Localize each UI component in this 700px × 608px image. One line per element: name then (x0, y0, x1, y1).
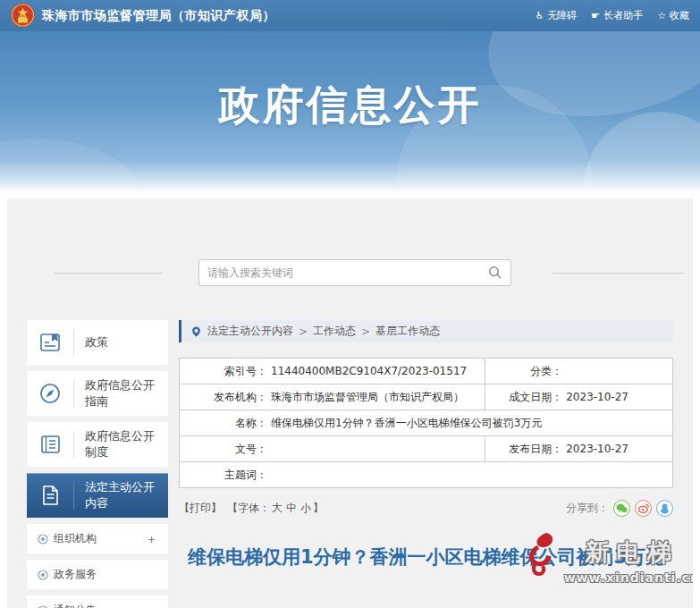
top-bar: 珠海市市场监督管理局（市知识产权局） ♿ 无障碍 ☛ 长者助手 ☆ 收藏 (0, 0, 700, 31)
document-icon (27, 482, 73, 509)
main-content: 法定主动公开内容 > 工作动态 > 基层工作动态 索引号：11440400MB2… (179, 320, 673, 608)
search-area (7, 198, 693, 320)
document-meta-table: 索引号：11440400MB2C9104X7/2023-01517 分类： 发布… (179, 358, 673, 488)
field-label: 文号： (185, 442, 267, 457)
location-pin-icon (190, 325, 202, 338)
national-emblem-icon (11, 3, 35, 29)
font-small-button[interactable]: 小 (300, 502, 311, 514)
breadcrumb-item[interactable]: 基层工作动态 (375, 324, 440, 339)
field-label: 分类： (491, 364, 562, 379)
site-title: 珠海市市场监督管理局（市知识产权局） (42, 8, 275, 24)
field-label: 名称： (185, 416, 267, 431)
bullet-icon (38, 534, 48, 545)
banner: 政府信息公开 (0, 31, 700, 192)
sidebar-item-disclosure-guide[interactable]: 政府信息公开指南 (27, 371, 168, 416)
expand-icon[interactable]: ＋ (146, 531, 157, 547)
search-icon[interactable] (488, 266, 502, 280)
elder-helper-link[interactable]: ☛ 长者助手 (591, 9, 643, 22)
toolbar: 【打印】 【字体： 大中小 】 分享到： (179, 500, 673, 517)
search-box (198, 259, 511, 286)
share-label: 分享到： (566, 501, 609, 516)
sidebar-item-statutory-disclosure[interactable]: 法定主动公开内容 (27, 473, 168, 518)
sidebar-item-label: 政府信息公开指南 (74, 377, 156, 409)
hand-icon: ☛ (591, 10, 600, 21)
accessibility-link[interactable]: ♿ 无障碍 (535, 9, 577, 22)
content-row: 政策 政府信息公开指南 (7, 320, 693, 608)
elder-helper-label: 长者助手 (603, 9, 643, 22)
table-row: 发布机构：珠海市市场监督管理局（市知识产权局） 成文日期：2023-10-27 (180, 384, 673, 410)
weibo-share-icon[interactable] (635, 500, 652, 517)
issuing-agency-cell: 发布机构：珠海市市场监督管理局（市知识产权局） (180, 384, 485, 410)
sidebar-item-disclosure-system[interactable]: 政府信息公开制度 (27, 422, 168, 467)
breadcrumb: 法定主动公开内容 > 工作动态 > 基层工作动态 (179, 320, 673, 342)
book-icon (27, 329, 73, 356)
keywords-cell: 主题词： (180, 462, 673, 488)
field-label: 成文日期： (491, 390, 562, 405)
field-label: 主题词： (185, 468, 267, 483)
qq-share-icon[interactable] (656, 500, 673, 517)
sidebar: 政策 政府信息公开指南 (27, 320, 168, 608)
favorite-label: 收藏 (670, 9, 689, 22)
decorative-line (552, 273, 684, 274)
sidebar-item-label: 政府信息公开制度 (74, 428, 156, 460)
field-value (267, 469, 271, 481)
font-size-prefix: 【字体： (227, 501, 270, 516)
print-button[interactable]: 【打印】 (179, 501, 222, 516)
sidebar-sub-label: 政务服务 (54, 567, 97, 582)
decorative-line (54, 273, 163, 274)
sidebar-item-organization[interactable]: 组织机构 ＋ (27, 524, 168, 553)
search-input[interactable] (207, 266, 488, 279)
field-label: 发布机构： (185, 390, 267, 405)
publish-date-cell: 发布日期：2023-10-27 (485, 436, 673, 462)
field-label: 发布日期： (491, 442, 562, 457)
star-icon: ☆ (657, 10, 666, 21)
sidebar-item-label: 法定主动公开内容 (74, 479, 156, 511)
breadcrumb-separator: > (299, 325, 308, 338)
field-value: 维保电梯仅用1分钟？香洲一小区电梯维保公司被罚3万元 (267, 417, 542, 429)
banner-decoration (0, 139, 143, 192)
content-panel: 政策 政府信息公开指南 (7, 198, 693, 608)
compass-icon (27, 380, 73, 407)
sidebar-item-label: 政策 (74, 334, 156, 350)
category-cell: 分类： (485, 359, 673, 384)
font-size-suffix: 】 (313, 501, 324, 516)
field-value (267, 443, 271, 455)
field-value: 2023-10-27 (562, 391, 628, 403)
font-large-button[interactable]: 大 (272, 502, 283, 514)
breadcrumb-item[interactable]: 工作动态 (313, 324, 356, 339)
field-value (562, 365, 566, 377)
table-row: 文号： 发布日期：2023-10-27 (180, 436, 673, 462)
wechat-share-icon[interactable] (613, 500, 630, 517)
font-size-controls: 大中小 (270, 501, 313, 516)
article-title: 维保电梯仅用1分钟？香洲一小区电梯维保公司被罚3万元 (179, 542, 673, 574)
table-row: 索引号：11440400MB2C9104X7/2023-01517 分类： (180, 359, 673, 384)
field-label: 索引号： (185, 364, 267, 379)
doc-number-cell: 文号： (180, 436, 485, 462)
index-number-cell: 索引号：11440400MB2C9104X7/2023-01517 (180, 359, 485, 384)
sidebar-sub-label: 组织机构 (54, 531, 97, 546)
ledger-icon (27, 431, 73, 458)
field-value: 11440400MB2C9104X7/2023-01517 (267, 365, 467, 377)
sidebar-item-notices[interactable]: 通知公告 (27, 595, 168, 608)
favorite-link[interactable]: ☆ 收藏 (657, 9, 689, 22)
document-name-cell: 名称：维保电梯仅用1分钟？香洲一小区电梯维保公司被罚3万元 (180, 410, 673, 436)
font-medium-button[interactable]: 中 (286, 502, 297, 514)
issue-date-cell: 成文日期：2023-10-27 (485, 384, 673, 410)
breadcrumb-separator: > (361, 325, 370, 338)
sidebar-sub-label: 通知公告 (54, 603, 97, 608)
sidebar-item-gov-services[interactable]: 政务服务 (27, 560, 168, 589)
table-row: 名称：维保电梯仅用1分钟？香洲一小区电梯维保公司被罚3万元 (180, 410, 673, 436)
table-row: 主题词： (180, 462, 673, 488)
bullet-icon (38, 570, 48, 580)
page-title: 政府信息公开 (0, 78, 700, 133)
accessibility-icon: ♿ (535, 10, 544, 21)
sidebar-item-policy[interactable]: 政策 (27, 320, 168, 365)
field-value: 2023-10-27 (562, 443, 628, 455)
accessibility-label: 无障碍 (547, 9, 577, 22)
field-value: 珠海市市场监督管理局（市知识产权局） (267, 391, 464, 403)
top-links: ♿ 无障碍 ☛ 长者助手 ☆ 收藏 (535, 9, 689, 22)
breadcrumb-item[interactable]: 法定主动公开内容 (207, 324, 293, 339)
bullet-icon (38, 605, 48, 608)
share-bar: 分享到： (566, 500, 673, 517)
